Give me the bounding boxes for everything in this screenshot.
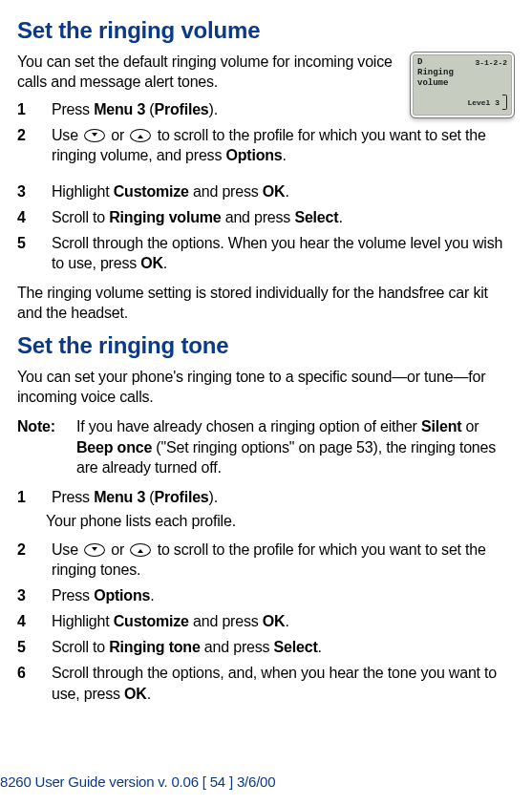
step-row: 5 Scroll through the options. When you h… <box>17 233 515 273</box>
t: If you have already chosen a ringing opt… <box>76 418 421 434</box>
step-text: Press Menu 3 (Profiles). <box>52 99 404 119</box>
scroll-up-icon <box>130 129 151 142</box>
step-row: 1 Press Menu 3 (Profiles). <box>17 99 404 119</box>
step-number: 6 <box>17 663 52 703</box>
t: Press <box>52 587 94 604</box>
t-bold: Beep once <box>76 439 152 455</box>
note-text: If you have already chosen a ringing opt… <box>76 416 515 477</box>
note-block: Note: If you have already chosen a ringi… <box>17 416 515 477</box>
t-bold: Options <box>225 147 282 163</box>
t: ). <box>209 101 218 117</box>
t: . <box>150 587 154 604</box>
t: . <box>147 686 151 702</box>
step-text: Use or to scroll to the profile for whic… <box>52 540 515 580</box>
t-bold: Menu 3 <box>94 489 145 505</box>
t-bold: Silent <box>421 418 461 434</box>
screen-title-line2: volume <box>417 78 507 89</box>
step-number: 3 <box>17 181 52 201</box>
note-label: Note: <box>17 416 76 477</box>
step-row: 1 Press Menu 3 (Profiles). <box>17 487 515 507</box>
t: Highlight <box>52 183 114 200</box>
step-row: 5 Scroll to Ringing tone and press Selec… <box>17 637 515 657</box>
t: . <box>318 639 322 655</box>
t-bold: OK <box>140 255 163 271</box>
step-row: 3 Highlight Customize and press OK. <box>17 181 515 201</box>
step-number: 2 <box>17 125 52 165</box>
t: Scroll through the options. When you hea… <box>52 235 502 271</box>
t-bold: Ringing volume <box>109 209 221 225</box>
t: . <box>338 209 342 225</box>
t: and press <box>221 209 294 225</box>
step-number: 4 <box>17 207 52 227</box>
scroll-indicator-icon <box>502 95 507 110</box>
t: or <box>107 541 128 558</box>
step-number: 5 <box>17 637 52 657</box>
t-bold: Ringing tone <box>109 639 200 655</box>
page-footer: 8260 User Guide version v. 0.06 [ 54 ] 3… <box>0 773 275 790</box>
closing-text-volume: The ringing volume setting is stored ind… <box>17 283 515 323</box>
step-text: Scroll through the options, and, when yo… <box>52 663 515 703</box>
t: . <box>163 255 167 271</box>
screen-title-line1: Ringing <box>417 68 507 78</box>
scroll-up-icon <box>130 543 151 557</box>
step-number: 3 <box>17 585 52 605</box>
t-bold: OK <box>124 686 147 702</box>
step-text: Scroll through the options. When you hea… <box>52 233 515 273</box>
t: and press <box>189 183 263 200</box>
intro-text-tone: You can set your phone's ringing tone to… <box>17 367 515 407</box>
scroll-down-icon <box>84 129 105 142</box>
t-bold: Menu 3 <box>94 101 145 117</box>
t: Scroll through the options, and, when yo… <box>52 665 497 701</box>
step-number: 4 <box>17 611 52 631</box>
phone-screen-illustration: D 3-1-2-2 Ringing volume Level 3 Select … <box>410 52 515 118</box>
t: ). <box>209 489 218 505</box>
step-text: Highlight Customize and press OK. <box>52 611 515 631</box>
t-bold: Profiles <box>154 101 208 117</box>
t-bold: Customize <box>114 613 189 629</box>
step-text: Press Menu 3 (Profiles). <box>52 487 515 507</box>
t: Scroll to <box>52 209 109 225</box>
t: or <box>107 127 128 143</box>
step-row: 4 Scroll to Ringing volume and press Sel… <box>17 207 515 227</box>
t: Highlight <box>52 613 114 629</box>
t: . <box>283 147 287 163</box>
t: to scroll to the profile for which <box>153 127 357 143</box>
t: Press <box>52 101 94 117</box>
t: . <box>285 613 288 629</box>
screen-icon-d: D <box>417 57 422 68</box>
t-bold: Select <box>294 209 338 225</box>
heading-ringing-volume: Set the ringing volume <box>17 17 515 44</box>
sub-text: Your phone lists each profile. <box>46 513 515 530</box>
t-bold: Profiles <box>154 489 208 505</box>
t: or <box>461 418 479 434</box>
t: and press <box>189 613 263 629</box>
step-number: 2 <box>17 540 52 580</box>
screen-value: Level 3 <box>467 97 500 108</box>
t: Use <box>52 127 82 143</box>
step-row: 2 Use or to scroll to the profile for wh… <box>17 540 515 580</box>
t: . <box>285 183 288 200</box>
screen-menu-path: 3-1-2-2 <box>475 57 507 68</box>
step-row: 2 Use or to scroll to the profile for wh… <box>17 125 515 165</box>
step-text: Use or to scroll to the profile for whic… <box>52 125 515 165</box>
step-text: Scroll to Ringing volume and press Selec… <box>52 207 515 227</box>
step-text: Highlight Customize and press OK. <box>52 181 515 201</box>
step-row: 6 Scroll through the options, and, when … <box>17 663 515 703</box>
t-bold: OK <box>263 183 286 200</box>
t: Scroll to <box>52 639 109 655</box>
step-number: 5 <box>17 233 52 273</box>
t: and press <box>201 639 274 655</box>
scroll-down-icon <box>84 543 105 557</box>
step-text: Scroll to Ringing tone and press Select. <box>52 637 515 657</box>
step-text: Press Options. <box>52 585 515 605</box>
step-number: 1 <box>17 99 52 119</box>
step-number: 1 <box>17 487 52 507</box>
step-row: 4 Highlight Customize and press OK. <box>17 611 515 631</box>
t-bold: Options <box>94 587 150 604</box>
t-bold: Customize <box>114 183 189 200</box>
t-bold: Select <box>274 639 318 655</box>
t: Use <box>52 541 82 558</box>
t: Press <box>52 489 94 505</box>
t-bold: OK <box>263 613 286 629</box>
heading-ringing-tone: Set the ringing tone <box>17 332 515 359</box>
